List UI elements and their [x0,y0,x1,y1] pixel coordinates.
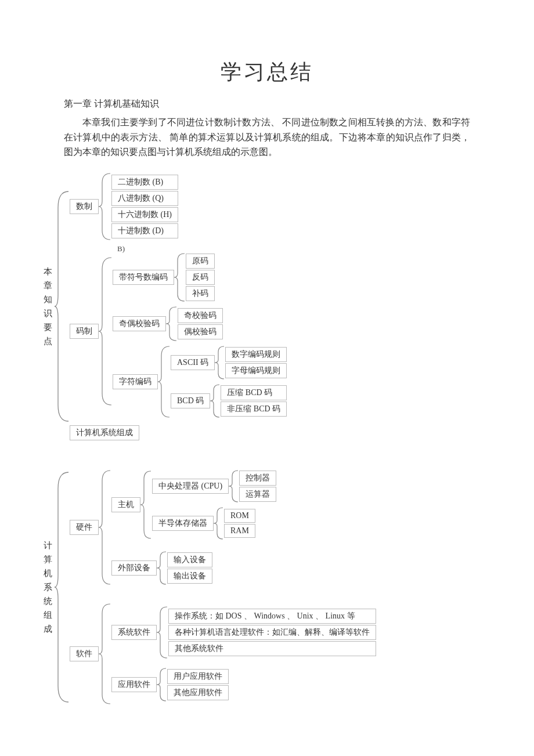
brace-icon [166,306,178,342]
label-software: 软件 [70,646,99,661]
leaf-rom: ROM [224,509,255,523]
brace-icon [99,469,111,585]
label-code-system: 码制 [70,324,99,339]
brace-icon [99,603,111,705]
label-number-system: 数制 [70,199,99,214]
brace-icon [210,384,221,418]
chapter-heading: 第一章 计算机基础知识 [64,98,470,110]
leaf-ones-comp: 反码 [186,270,215,285]
brace-icon [229,469,239,503]
brace-icon [157,606,168,659]
label-memory: 半导体存储器 [152,516,214,531]
leaf-even-parity: 偶校验码 [178,324,223,339]
label-ascii: ASCII 码 [171,355,215,370]
node-bcd: BCD 码 压缩 BCD 码 非压缩 BCD 码 [171,384,287,418]
tree-knowledge-points: 本 章 知 识 要 点 数制 二进制数 (B) 八进制数 (Q) 十六进制数 (… [44,172,470,440]
leaf-os: 操作系统：如 DOS 、 Windows 、 Unix 、 Linux 等 [168,609,376,624]
label-signed: 带符号数编码 [113,270,174,285]
node-ascii: ASCII 码 数字编码规则 字母编码规则 [171,345,287,380]
leaf-hex: 十六进制数 (H) [111,207,178,222]
brace-icon [99,244,113,418]
brace-icon [214,507,224,540]
node-code-system: 码制 B) 带符号数编码 原码 反码 [70,244,287,418]
leaf-input-device: 输入设备 [167,552,212,567]
intro-paragraph: 本章我们主要学到了不同进位计数制计数方法、 不同进位制数之间相互转换的方法、数和… [64,115,470,160]
diagram-container: 本 章 知 识 要 点 数制 二进制数 (B) 八进制数 (Q) 十六进制数 (… [44,172,470,705]
brace-icon [157,551,167,585]
brace-icon [99,172,111,241]
leaf-system-composition: 计算机系统组成 [70,425,139,440]
label-app-software: 应用软件 [111,677,157,692]
node-memory: 半导体存储器 ROM RAM [152,507,276,540]
leaf-ram: RAM [224,524,255,538]
node-char-encoding: 字符编码 ASCII 码 数字编码规则 字母编码规则 [113,345,287,418]
node-peripherals: 外部设备 输入设备 输出设备 [111,551,276,585]
brace-icon [158,345,171,418]
node-cpu: 中央处理器 (CPU) 控制器 运算器 [152,469,276,503]
leaf-alu: 运算器 [239,487,276,502]
leaf-binary: 二进制数 (B) [111,175,178,190]
leaf-packed-bcd: 压缩 BCD 码 [221,385,287,400]
label-peripherals: 外部设备 [111,560,157,576]
node-signed: 带符号数编码 原码 反码 补码 [113,252,287,302]
node-software: 软件 系统软件 操作系统：如 DOS 、 Windows 、 Unix 、 Li… [70,603,376,705]
node-system-software: 系统软件 操作系统：如 DOS 、 Windows 、 Unix 、 Linux… [111,606,376,659]
brace-icon [157,667,167,702]
brace-icon [140,469,152,540]
tree1-root: 本 章 知 识 要 点 [44,265,52,348]
label-hardware: 硬件 [70,520,99,535]
brace-icon [55,471,70,703]
leaf-decimal: 十进制数 (D) [111,223,178,238]
leaf-control-unit: 控制器 [239,471,276,486]
leaf-lang-processor: 各种计算机语言处理软件：如汇编、解释、编译等软件 [168,625,376,640]
leaf-other-app: 其他应用软件 [167,685,229,700]
label-cpu: 中央处理器 (CPU) [152,479,229,494]
leaf-octal: 八进制数 (Q) [111,191,178,206]
node-hardware: 硬件 主机 中央处理器 (CPU) [70,469,376,585]
leaf-output-device: 输出设备 [167,569,212,584]
leaf-odd-parity: 奇校验码 [178,308,223,323]
node-number-system: 数制 二进制数 (B) 八进制数 (Q) 十六进制数 (H) 十进制数 (D) [70,172,287,241]
brace-icon [215,345,225,380]
label-parity: 奇偶校验码 [113,316,166,331]
leaf-unpacked-bcd: 非压缩 BCD 码 [221,401,287,417]
label-system-software: 系统软件 [111,625,157,640]
brace-icon [174,252,186,302]
node-app-software: 应用软件 用户应用软件 其他应用软件 [111,667,376,702]
leaf-digit-rule: 数字编码规则 [225,347,287,362]
label-char-encoding: 字符编码 [113,374,158,389]
leaf-twos-comp: 补码 [186,286,215,301]
label-host: 主机 [111,497,140,512]
leaf-other-sys: 其他系统软件 [168,641,376,656]
leaf-true-form: 原码 [186,254,215,269]
tree2-root: 计 算 机 系 统 组 成 [44,538,52,636]
leaf-user-app: 用户应用软件 [167,669,229,684]
node-parity: 奇偶校验码 奇校验码 偶校验码 [113,306,287,342]
brace-icon [55,190,70,422]
tree-system-composition: 计 算 机 系 统 组 成 硬件 主机 中央处理器 [44,469,470,705]
leaf-letter-rule: 字母编码规则 [225,363,287,378]
node-host: 主机 中央处理器 (CPU) 控制器 运算器 [111,469,276,540]
page-title: 学习总结 [64,58,470,86]
label-bcd: BCD 码 [171,393,210,408]
